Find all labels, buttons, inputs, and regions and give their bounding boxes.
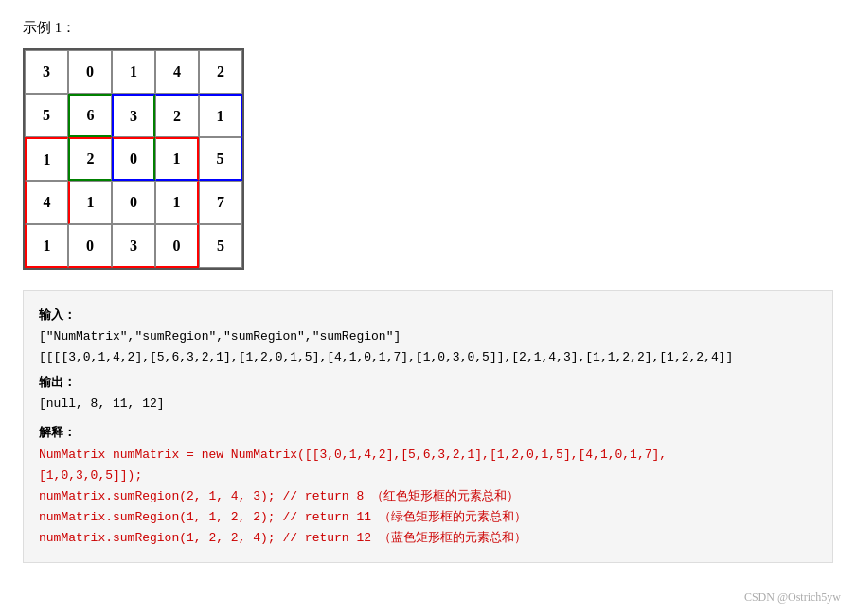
explain-line3: numMatrix.sumRegion(2, 1, 4, 3); // retu…: [39, 486, 817, 507]
matrix-row-2: 1 2 0 1 5: [25, 137, 242, 181]
matrix-container: 3 0 1 4 2 5 6 3 2 1 1 2 0 1 5 4 1 0 1 7 …: [23, 48, 244, 270]
cell-4-1: 0: [68, 224, 112, 268]
output-line: [null, 8, 11, 12]: [39, 394, 817, 414]
explain-line2: [1,0,3,0,5]]);: [39, 466, 817, 486]
cell-3-4: 7: [199, 181, 242, 224]
cell-0-0: 3: [25, 50, 68, 94]
cell-3-1: 1: [68, 181, 112, 224]
output-label: 输出：: [39, 372, 817, 394]
cell-0-3: 4: [155, 50, 199, 94]
example-label: 示例 1：: [23, 19, 833, 37]
matrix-row-1: 5 6 3 2 1: [25, 94, 242, 137]
cell-4-3: 0: [155, 224, 199, 268]
cell-4-0: 1: [25, 224, 68, 268]
input-line2: [[[[3,0,1,4,2],[5,6,3,2,1],[1,2,0,1,5],[…: [39, 347, 817, 368]
cell-2-4: 5: [199, 137, 242, 181]
cell-4-4: 5: [199, 224, 242, 268]
cell-2-1: 2: [68, 137, 112, 181]
matrix-row-0: 3 0 1 4 2: [25, 50, 242, 94]
cell-1-1: 6: [68, 94, 112, 137]
cell-1-0: 5: [25, 94, 68, 137]
cell-4-2: 3: [112, 224, 155, 268]
watermark: CSDN @Ostrich5yw: [744, 590, 841, 605]
explain-line1: NumMatrix numMatrix = new NumMatrix([[3,…: [39, 445, 817, 466]
cell-0-4: 2: [199, 50, 242, 94]
input-label: 输入：: [39, 305, 817, 326]
code-block: 输入： ["NumMatrix","sumRegion","sumRegion"…: [23, 290, 833, 563]
cell-1-4: 1: [199, 94, 242, 137]
matrix-row-4: 1 0 3 0 5: [25, 224, 242, 268]
explain-label: 解释：: [39, 422, 817, 444]
cell-0-1: 0: [68, 50, 112, 94]
cell-3-0: 4: [25, 181, 68, 224]
explain-line4: numMatrix.sumRegion(1, 1, 2, 2); // retu…: [39, 507, 817, 528]
cell-3-3: 1: [155, 181, 199, 224]
cell-1-2: 3: [112, 94, 155, 137]
cell-2-0: 1: [25, 137, 68, 181]
cell-2-2: 0: [112, 137, 155, 181]
cell-0-2: 1: [112, 50, 155, 94]
matrix-row-3: 4 1 0 1 7: [25, 181, 242, 224]
input-line1: ["NumMatrix","sumRegion","sumRegion","su…: [39, 326, 817, 347]
cell-2-3: 1: [155, 137, 199, 181]
cell-1-3: 2: [155, 94, 199, 137]
explain-line5: numMatrix.sumRegion(1, 2, 2, 4); // retu…: [39, 528, 817, 549]
cell-3-2: 0: [112, 181, 155, 224]
